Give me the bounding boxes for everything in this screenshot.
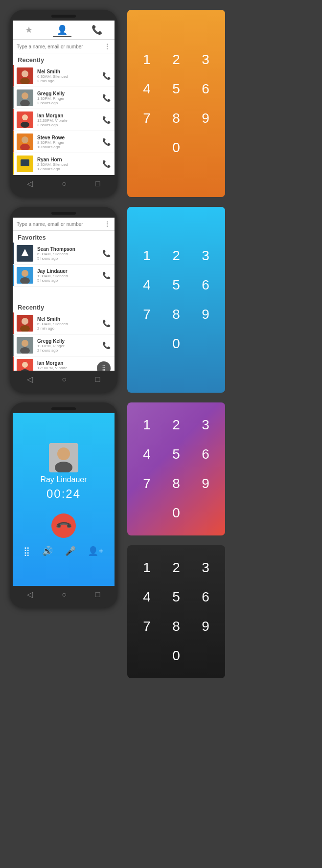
dialpad-action-icon-3[interactable]: ⣿ bbox=[23, 546, 30, 556]
contact-ian-2[interactable]: Ian Morgan 12:30PM, Vibrate 3 hours ago … bbox=[13, 356, 115, 371]
home-icon-2[interactable]: ○ bbox=[62, 375, 67, 384]
dial-key-9-dark[interactable]: 9 bbox=[191, 614, 220, 639]
end-call-button-3[interactable]: 📞 bbox=[51, 513, 76, 538]
dial-key-1-blue[interactable]: 1 bbox=[132, 243, 161, 268]
dial-key-5-orange[interactable]: 5 bbox=[161, 76, 191, 102]
dial-key-2-purple[interactable]: 2 bbox=[161, 412, 191, 438]
dial-key-9-orange[interactable]: 9 bbox=[191, 106, 220, 131]
call-icon-steve-1[interactable]: 📞 bbox=[102, 138, 111, 146]
dial-key-6-dark[interactable]: 6 bbox=[191, 584, 220, 610]
dial-key-3-orange[interactable]: 3 bbox=[191, 47, 220, 72]
home-icon-1[interactable]: ○ bbox=[62, 179, 67, 188]
svg-point-7 bbox=[22, 114, 28, 120]
recents-icon-3[interactable]: □ bbox=[95, 590, 100, 599]
back-icon-2[interactable]: ◁ bbox=[27, 375, 33, 384]
dial-key-5-blue[interactable]: 5 bbox=[161, 272, 191, 298]
contact-jay-2[interactable]: Jay Lindauer 1:30AM, Silenced 5 hours ag… bbox=[13, 265, 115, 287]
contact-ian-1[interactable]: Ian Morgan 12:30PM, Vibrate 3 hours ago … bbox=[13, 109, 115, 131]
contact-ryan-1[interactable]: Ryan Horn 2:30AM, Silenced 12 hours ago … bbox=[13, 153, 115, 175]
contact-mel-1[interactable]: Mel Smith 6:30AM, Silenced 2 min ago 📞 bbox=[13, 65, 115, 87]
dial-key-3-purple[interactable]: 3 bbox=[191, 412, 220, 438]
call-icon-sean-2[interactable]: 📞 bbox=[102, 249, 111, 257]
dial-key-8-orange[interactable]: 8 bbox=[161, 106, 191, 131]
call-icon-jay-2[interactable]: 📞 bbox=[102, 271, 111, 279]
recents-icon-2[interactable]: □ bbox=[95, 375, 100, 384]
phone-screen-3: Ray Lindauer 00:24 📞 ⣿ 🔊 🎤 👤+ bbox=[13, 413, 115, 586]
mic-action-icon-3[interactable]: 🎤 bbox=[65, 546, 76, 556]
search-bar-1: ⋮ bbox=[13, 40, 115, 53]
dial-key-5-purple[interactable]: 5 bbox=[161, 442, 191, 467]
dial-key-3-blue[interactable]: 3 bbox=[191, 243, 220, 268]
dial-key-0-purple[interactable]: 0 bbox=[161, 500, 191, 526]
contact-list-2: Mel Smith 6:30AM, Silenced 2 min ago 📞 G… bbox=[13, 312, 115, 371]
call-icon-ian-1[interactable]: 📞 bbox=[102, 116, 111, 124]
dial-key-1-orange[interactable]: 1 bbox=[132, 47, 161, 72]
dial-key-1-dark[interactable]: 1 bbox=[132, 555, 161, 580]
tab-favorites-1[interactable]: ★ bbox=[21, 23, 37, 36]
dial-key-6-purple[interactable]: 6 bbox=[191, 442, 220, 467]
contact-time-ian-1: 3 hours ago bbox=[37, 123, 98, 127]
home-icon-3[interactable]: ○ bbox=[62, 590, 67, 599]
svg-rect-13 bbox=[21, 159, 29, 166]
dial-key-7-dark[interactable]: 7 bbox=[132, 614, 161, 639]
menu-dots-2[interactable]: ⋮ bbox=[104, 220, 111, 228]
call-icon-gregg-2[interactable]: 📞 bbox=[102, 341, 111, 349]
speaker-action-icon-3[interactable]: 🔊 bbox=[42, 546, 53, 556]
contact-sean-2[interactable]: Sean Thompson 6:30AM, Silenced 5 hours a… bbox=[13, 243, 115, 265]
contact-detail-gregg-2: 1:30PM, Ringer bbox=[37, 344, 98, 348]
section-recently-1: Recently bbox=[13, 53, 115, 65]
dial-key-0-dark[interactable]: 0 bbox=[161, 643, 191, 668]
dial-key-0-blue[interactable]: 0 bbox=[161, 331, 191, 356]
dial-key-5-dark[interactable]: 5 bbox=[161, 584, 191, 610]
phone-screen-2: ⋮ Favorites Sean Thompson 6:30AM, Silenc… bbox=[13, 218, 115, 371]
dial-key-6-blue[interactable]: 6 bbox=[191, 272, 220, 298]
dial-key-4-blue[interactable]: 4 bbox=[132, 272, 161, 298]
dial-key-4-dark[interactable]: 4 bbox=[132, 584, 161, 610]
contact-name-mel-2: Mel Smith bbox=[37, 316, 98, 322]
add-contact-action-icon-3[interactable]: 👤+ bbox=[88, 546, 104, 556]
call-icon-ryan-1[interactable]: 📞 bbox=[102, 160, 111, 168]
dial-key-7-purple[interactable]: 7 bbox=[132, 471, 161, 496]
dial-key-9-blue[interactable]: 9 bbox=[191, 302, 220, 327]
dial-key-0-orange[interactable]: 0 bbox=[161, 135, 191, 160]
contact-detail-ryan-1: 2:30AM, Silenced bbox=[37, 162, 98, 167]
dial-key-2-dark[interactable]: 2 bbox=[161, 555, 191, 580]
dial-key-8-blue[interactable]: 8 bbox=[161, 302, 191, 327]
favorites-list-2: Sean Thompson 6:30AM, Silenced 5 hours a… bbox=[13, 243, 115, 301]
section-recently-2: Recently bbox=[13, 301, 115, 312]
dial-key-2-orange[interactable]: 2 bbox=[161, 47, 191, 72]
tab-contacts-1[interactable]: 👤 bbox=[53, 23, 71, 37]
contact-gregg-1[interactable]: Gregg Kelly 1:30PM, Ringer 2 hours ago 📞 bbox=[13, 87, 115, 109]
dial-key-2-blue[interactable]: 2 bbox=[161, 243, 191, 268]
back-icon-1[interactable]: ◁ bbox=[27, 179, 33, 188]
contact-mel-2[interactable]: Mel Smith 6:30AM, Silenced 2 min ago 📞 bbox=[13, 312, 115, 334]
dialpad-purple-grid: 1 2 3 4 5 6 7 8 9 0 bbox=[132, 412, 220, 526]
phone-screen-1: ★ 👤 📞 ⋮ Recently Mel Smith bbox=[13, 21, 115, 175]
dial-key-7-orange[interactable]: 7 bbox=[132, 106, 161, 131]
call-icon-mel-1[interactable]: 📞 bbox=[102, 72, 111, 80]
search-input-1[interactable] bbox=[17, 44, 104, 49]
dialpad-blue-grid: 1 2 3 4 5 6 7 8 9 0 bbox=[132, 243, 220, 356]
contact-gregg-2[interactable]: Gregg Kelly 1:30PM, Ringer 2 hours ago 📞 bbox=[13, 334, 115, 356]
dial-key-3-dark[interactable]: 3 bbox=[191, 555, 220, 580]
svg-point-10 bbox=[22, 136, 28, 143]
contact-time-steve-1: 10 hours ago bbox=[37, 145, 98, 149]
menu-dots-1[interactable]: ⋮ bbox=[104, 43, 111, 50]
call-icon-gregg-1[interactable]: 📞 bbox=[102, 94, 111, 102]
dial-key-6-orange[interactable]: 6 bbox=[191, 76, 220, 102]
recents-icon-1[interactable]: □ bbox=[95, 179, 100, 188]
dial-key-7-blue[interactable]: 7 bbox=[132, 302, 161, 327]
dial-key-4-orange[interactable]: 4 bbox=[132, 76, 161, 102]
dial-key-1-purple[interactable]: 1 bbox=[132, 412, 161, 438]
dial-key-9-purple[interactable]: 9 bbox=[191, 471, 220, 496]
dial-key-8-dark[interactable]: 8 bbox=[161, 614, 191, 639]
dialpad-orange: 1 2 3 4 5 6 7 8 9 0 bbox=[127, 10, 225, 197]
back-icon-3[interactable]: ◁ bbox=[27, 590, 33, 599]
dial-key-8-purple[interactable]: 8 bbox=[161, 471, 191, 496]
call-icon-mel-2[interactable]: 📞 bbox=[102, 319, 111, 327]
contact-steve-1[interactable]: Steve Rowe 8:30PM, Ringer 10 hours ago 📞 bbox=[13, 131, 115, 153]
avatar-gregg-2 bbox=[17, 337, 33, 354]
tab-phone-1[interactable]: 📞 bbox=[88, 23, 106, 36]
search-input-2[interactable] bbox=[17, 222, 104, 227]
dial-key-4-purple[interactable]: 4 bbox=[132, 442, 161, 467]
